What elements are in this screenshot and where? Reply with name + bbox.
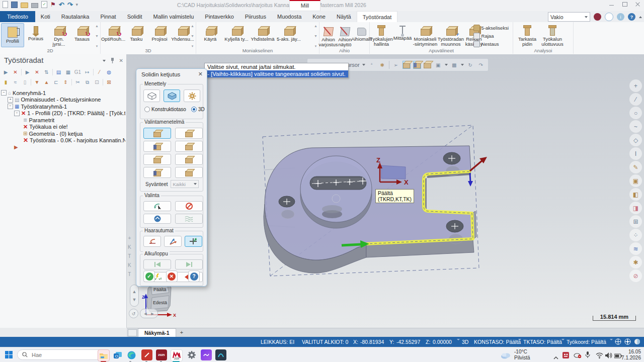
section-status[interactable]: LEIKKAUS: EI bbox=[261, 339, 294, 345]
tab-tyostoradat[interactable]: Työstöradat bbox=[357, 11, 397, 22]
cube-icon[interactable]: ▣ bbox=[629, 174, 642, 187]
scroll-icon[interactable]: ⇕ bbox=[62, 78, 69, 86]
optirouhinta-button[interactable]: ↻OptiRouh... bbox=[102, 23, 125, 47]
select-partial-loop-button[interactable] bbox=[143, 154, 171, 165]
sheet-list-icon[interactable] bbox=[128, 329, 137, 336]
dimension-mode[interactable]: 3D bbox=[462, 339, 468, 345]
search-input[interactable] bbox=[31, 351, 98, 358]
save-icon[interactable] bbox=[11, 2, 18, 8]
tab-pintaverkko[interactable]: Pintaverkko bbox=[199, 11, 239, 22]
context-tab-mill[interactable]: Mill bbox=[289, 0, 320, 11]
solid-body-select-icon[interactable] bbox=[413, 61, 421, 69]
select-edge-button[interactable] bbox=[143, 141, 171, 152]
toggle-display-icon[interactable]: ≈ bbox=[12, 78, 19, 86]
group-scroll-arrows[interactable]: ▲▼▾ bbox=[313, 23, 318, 49]
select-all-icon[interactable]: ▶ bbox=[2, 68, 10, 76]
chain-end-button[interactable] bbox=[175, 259, 203, 269]
moniakselisiirtyminen-button[interactable]: Moniakseli -siirtyminen bbox=[413, 23, 438, 47]
view-tab[interactable]: Näkymä-1 bbox=[138, 328, 176, 337]
spin-view-buttons[interactable]: ◄► bbox=[140, 309, 158, 318]
undo-icon[interactable]: ↶ bbox=[59, 2, 64, 8]
tasku-button[interactable]: Tasku bbox=[125, 23, 148, 47]
tab-koti[interactable]: Koti bbox=[35, 11, 56, 22]
dyn-jyrsinta-button[interactable]: ↻Dyn. jyrsi... bbox=[47, 23, 70, 47]
gear-icon[interactable]: ✱ bbox=[378, 61, 386, 69]
new-file-icon[interactable] bbox=[3, 1, 8, 8]
unselect-all-icon[interactable]: ✕ bbox=[12, 68, 19, 76]
close-icon[interactable]: ✕ bbox=[198, 71, 203, 77]
outlook-button[interactable]: O bbox=[112, 349, 123, 360]
chevron-down-icon[interactable] bbox=[445, 64, 448, 66]
feedback-bubble-icon[interactable] bbox=[605, 13, 613, 21]
crosshair-icon[interactable] bbox=[624, 338, 631, 345]
box-plus-icon[interactable]: ⊞ bbox=[629, 215, 642, 228]
tab-nayta[interactable]: Näytä bbox=[331, 11, 357, 22]
slash-line-icon[interactable]: ⁄ bbox=[629, 93, 642, 106]
tree-item-machine-group[interactable]: −⌂Koneryhmä-1 bbox=[1, 89, 125, 97]
dimension-icon[interactable]: Ⅰ bbox=[629, 147, 642, 160]
open-file-icon[interactable] bbox=[21, 3, 28, 8]
insert-arrow-icon[interactable]: ⊏ bbox=[52, 78, 60, 86]
mittapaa-button[interactable]: Mittapää bbox=[392, 23, 413, 47]
nestaus-button[interactable]: Nestaus bbox=[473, 40, 509, 48]
cancel-button[interactable]: ✕ bbox=[166, 270, 178, 282]
microphone-icon[interactable] bbox=[585, 351, 590, 360]
sphere-shaded-icon[interactable] bbox=[634, 338, 640, 345]
rotate-view-icon[interactable]: ↻ bbox=[466, 61, 474, 69]
regen-selected-icon[interactable]: ▶ bbox=[24, 68, 31, 76]
tab-rautalanka[interactable]: Rautalanka bbox=[56, 11, 95, 22]
redo-selection-button[interactable] bbox=[143, 214, 171, 224]
xyz-entry-icon[interactable]: ⁺ bbox=[368, 61, 376, 69]
rajaa-button[interactable]: Rajaa bbox=[473, 32, 509, 40]
solid-face-select-icon[interactable] bbox=[403, 61, 411, 69]
tab-pinnat[interactable]: Pinnat bbox=[95, 11, 121, 22]
cursor-icon[interactable]: ➢ bbox=[392, 61, 400, 69]
weather-widget[interactable]: -10°CPilvistä bbox=[501, 349, 530, 361]
tyokalujen-hallinta-button[interactable]: Työkalujen hallinta bbox=[370, 23, 392, 47]
ok-button[interactable]: ✓ bbox=[143, 270, 155, 282]
3d-radio[interactable]: 3D bbox=[191, 107, 205, 112]
panel-close-icon[interactable]: ✕ bbox=[119, 58, 123, 63]
solid-edge-select-icon[interactable] bbox=[424, 61, 432, 69]
cplane-status[interactable]: KONSTASO: Päältä bbox=[474, 339, 521, 345]
tab-kone[interactable]: Kone bbox=[307, 11, 331, 22]
tree-item-parameters[interactable]: ≣Parametrit bbox=[1, 117, 125, 124]
taskbar-search[interactable] bbox=[17, 349, 110, 360]
print-icon[interactable] bbox=[31, 3, 38, 8]
qat-overflow-icon[interactable]: ▾ bbox=[76, 2, 78, 7]
file-explorer-button[interactable] bbox=[98, 349, 110, 361]
regen-all-icon[interactable]: ⇅ bbox=[43, 68, 50, 76]
chevron-down-icon[interactable] bbox=[461, 64, 464, 66]
layers-icon[interactable]: ≋ bbox=[629, 242, 642, 255]
help-icon[interactable]: ? bbox=[628, 13, 635, 21]
tree-item-operation[interactable]: −✕1 - Profiili (2D) - [TKRD: Päältä] - [… bbox=[1, 110, 125, 117]
chain-options-button[interactable] bbox=[184, 89, 200, 102]
prev-branch-button[interactable] bbox=[143, 236, 161, 247]
edit-icon[interactable]: ⁄ bbox=[96, 68, 103, 76]
dots-grid-icon[interactable]: ⁘ bbox=[629, 229, 642, 241]
move-up-icon[interactable]: ▲ bbox=[43, 78, 50, 86]
yhdistelma-button[interactable]: Yhdistelmä bbox=[250, 23, 276, 47]
cube-pair-icon[interactable]: ◧ bbox=[629, 188, 642, 201]
g1-post-icon[interactable]: G1 bbox=[74, 68, 82, 76]
brush-icon[interactable]: ✎ bbox=[629, 161, 642, 173]
group-scroll-arrows[interactable]: ▲▼▾ bbox=[190, 23, 195, 49]
workspace-dropdown[interactable]: Vakio bbox=[548, 12, 590, 22]
aihion-varjostus-button[interactable]: Aihion varjostus bbox=[320, 23, 337, 47]
poraus-button[interactable]: Poraus bbox=[24, 23, 47, 47]
flag-icon[interactable]: ⚑ bbox=[50, 2, 56, 8]
globe-icon[interactable] bbox=[594, 13, 601, 21]
chain-start-button[interactable] bbox=[143, 259, 171, 269]
projisoi-button[interactable]: Projisoi bbox=[148, 23, 171, 47]
wireframe-chain-button[interactable] bbox=[143, 89, 160, 102]
cloud-sync-icon[interactable] bbox=[574, 351, 582, 360]
tangent-faces-button[interactable] bbox=[175, 214, 203, 224]
adjust-branch-button[interactable] bbox=[164, 236, 182, 247]
tab-solidit[interactable]: Solidit bbox=[122, 11, 148, 22]
kayra-button[interactable]: Käyrä bbox=[197, 23, 223, 47]
cavities-dropdown[interactable]: Kaikki bbox=[171, 180, 199, 188]
tab-mallin-valmistelu[interactable]: Mallin valmistelu bbox=[148, 11, 200, 22]
aihiomalli-button[interactable]: Aihiomalli bbox=[353, 23, 370, 47]
redo-icon[interactable]: ↷ bbox=[67, 2, 73, 8]
help-circle-icon[interactable]: ◍ bbox=[105, 68, 113, 76]
